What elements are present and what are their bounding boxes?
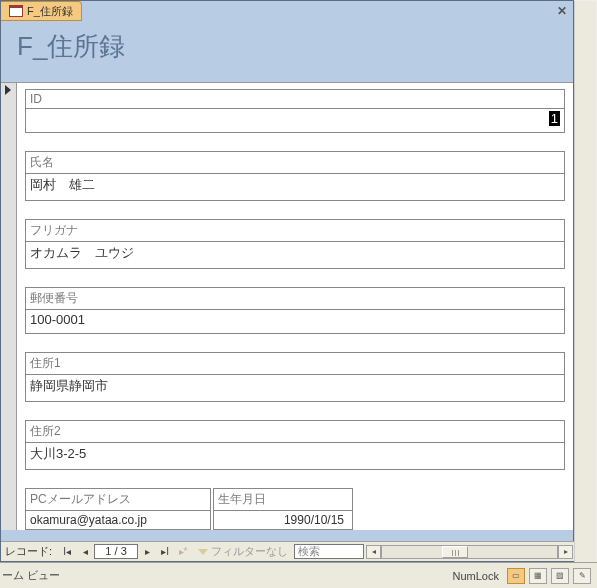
status-view: ーム ビュー [0,568,60,583]
field-addr2: 住所2 大川3-2-5 [25,420,565,470]
addr1-value[interactable]: 静岡県静岡市 [26,375,564,401]
dob-label: 生年月日 [214,489,352,511]
detail-body: ID 1 氏名 岡村 雄二 フリガナ オカムラ ユウジ 郵便番号 100-000… [17,83,573,530]
hscroll-right-button[interactable]: ▸ [558,545,573,559]
addr2-label: 住所2 [26,421,564,443]
field-dob: 生年月日 1990/10/15 [213,488,353,530]
record-nav-bar: レコード: I◂ ◂ 1 / 3 ▸ ▸I ▸* フィルターなし 検索 ◂ ▸ [1,541,575,561]
postal-label: 郵便番号 [26,288,564,310]
filter-icon [198,549,208,555]
nav-prev-button[interactable]: ◂ [76,544,94,560]
field-email: PCメールアドレス okamura@yataa.co.jp [25,488,211,530]
hscroll: ◂ ▸ [364,545,575,559]
form-tab[interactable]: F_住所録 [1,1,82,21]
title-bar: F_住所録 ✕ [1,1,573,21]
dob-value[interactable]: 1990/10/15 [214,511,352,529]
status-bar: ーム ビュー NumLock ▭ ▦ ▨ ✎ [0,562,597,588]
nav-counter[interactable]: 1 / 3 [94,544,138,559]
furigana-value[interactable]: オカムラ ユウジ [26,242,564,268]
nav-next-button[interactable]: ▸ [138,544,156,560]
field-id: ID 1 [25,89,565,133]
name-label: 氏名 [26,152,564,174]
tab-title: F_住所録 [27,4,73,19]
datasheet-view-icon[interactable]: ▦ [529,568,547,584]
addr1-label: 住所1 [26,353,564,375]
email-label: PCメールアドレス [26,489,210,511]
close-icon[interactable]: ✕ [551,1,573,21]
email-value[interactable]: okamura@yataa.co.jp [26,511,210,529]
addr2-value[interactable]: 大川3-2-5 [26,443,564,469]
nav-label: レコード: [1,544,58,559]
filter-indicator[interactable]: フィルターなし [192,544,294,559]
field-furigana: フリガナ オカムラ ユウジ [25,219,565,269]
title-spacer [82,1,551,21]
nav-new-button[interactable]: ▸* [174,544,192,560]
form-view-icon[interactable]: ▭ [507,568,525,584]
search-input[interactable]: 検索 [294,544,364,559]
form-window: F_住所録 ✕ F_住所録 ID 1 氏名 岡村 雄二 フリガナ オカムラ ユウ… [0,0,574,562]
hscroll-left-button[interactable]: ◂ [366,545,381,559]
record-selector[interactable] [1,83,17,530]
hscroll-thumb[interactable] [442,546,468,558]
form-header: F_住所録 [1,21,573,82]
form-title: F_住所録 [17,29,557,64]
postal-value[interactable]: 100-0001 [26,310,564,333]
design-view-icon[interactable]: ✎ [573,568,591,584]
view-icons: ▭ ▦ ▨ ✎ [507,568,591,584]
filter-text: フィルターなし [211,544,288,559]
nav-last-button[interactable]: ▸I [156,544,174,560]
furigana-label: フリガナ [26,220,564,242]
hscroll-track[interactable] [381,545,558,559]
id-label: ID [26,90,564,109]
field-name: 氏名 岡村 雄二 [25,151,565,201]
lower-row: PCメールアドレス okamura@yataa.co.jp 生年月日 1990/… [25,488,565,530]
field-addr1: 住所1 静岡県静岡市 [25,352,565,402]
detail-section: ID 1 氏名 岡村 雄二 フリガナ オカムラ ユウジ 郵便番号 100-000… [1,82,573,530]
id-value[interactable]: 1 [26,109,564,132]
form-icon [9,5,23,17]
field-postal: 郵便番号 100-0001 [25,287,565,334]
layout-view-icon[interactable]: ▨ [551,568,569,584]
vscroll[interactable] [574,1,596,568]
nav-first-button[interactable]: I◂ [58,544,76,560]
status-numlock: NumLock [453,570,499,582]
name-value[interactable]: 岡村 雄二 [26,174,564,200]
